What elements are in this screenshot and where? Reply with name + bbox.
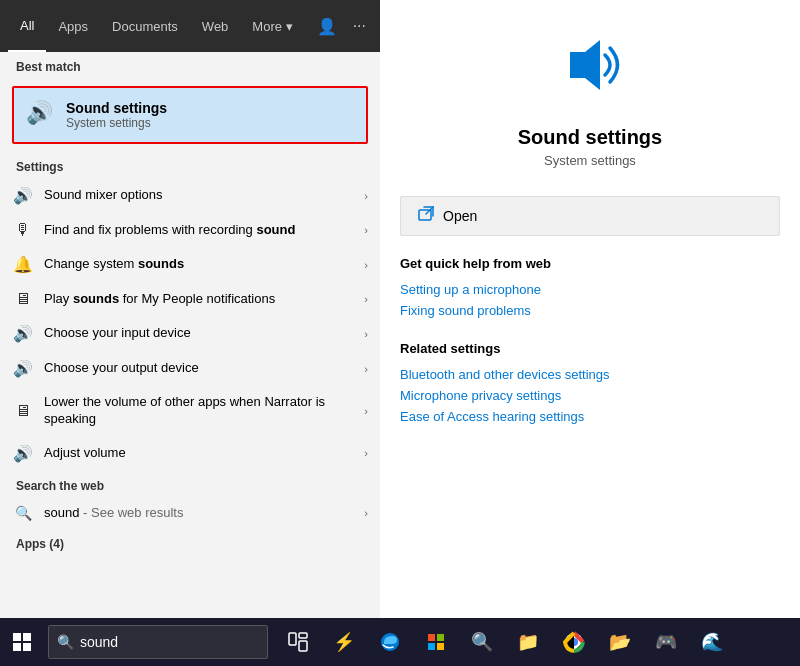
- svg-rect-14: [437, 643, 444, 650]
- nav-tabs: All Apps Documents Web More ▾ 👤 ···: [0, 0, 380, 52]
- tab-web[interactable]: Web: [190, 0, 241, 52]
- svg-rect-9: [299, 641, 307, 651]
- web-search-chevron: ›: [364, 507, 368, 519]
- my-people-label: Play sounds for My People notifications: [44, 291, 364, 308]
- related-settings-title: Related settings: [400, 341, 780, 356]
- svg-rect-5: [13, 643, 21, 651]
- my-people-icon: 🖥: [12, 290, 34, 308]
- svg-text:🔊: 🔊: [26, 99, 54, 126]
- svg-rect-7: [289, 633, 296, 645]
- right-panel-icon: [550, 30, 630, 114]
- open-icon: [417, 205, 435, 227]
- task-view-button[interactable]: [276, 620, 320, 664]
- sound-mixer-label: Sound mixer options: [44, 187, 364, 204]
- list-item-system-sounds[interactable]: 🔔 Change system sounds ›: [0, 247, 380, 282]
- right-panel: Sound settings System settings Open Get …: [380, 0, 800, 618]
- input-device-chevron: ›: [364, 328, 368, 340]
- user-icon[interactable]: 👤: [311, 13, 343, 40]
- sound-settings-icon: 🔊: [26, 98, 54, 132]
- output-device-chevron: ›: [364, 363, 368, 375]
- svg-marker-1: [570, 40, 600, 90]
- best-match-label: Best match: [0, 52, 380, 78]
- list-item-recording-problems[interactable]: 🎙 Find and fix problems with recording s…: [0, 213, 380, 247]
- taskbar-search-input[interactable]: [80, 634, 259, 650]
- list-item-input-device[interactable]: 🔊 Choose your input device ›: [0, 316, 380, 351]
- best-match-subtitle: System settings: [66, 116, 167, 130]
- svg-rect-3: [13, 633, 21, 641]
- quick-help-section: Get quick help from web Setting up a mic…: [380, 244, 800, 329]
- power-icon-btn[interactable]: ⚡: [322, 620, 366, 664]
- svg-rect-4: [23, 633, 31, 641]
- search-icon-btn[interactable]: 🔍: [460, 620, 504, 664]
- quick-help-link-2[interactable]: Fixing sound problems: [400, 300, 780, 321]
- open-button[interactable]: Open: [400, 196, 780, 236]
- blue-app-btn[interactable]: 🌊: [690, 620, 734, 664]
- web-search-label: Search the web: [0, 471, 380, 497]
- nav-tab-icons: 👤 ···: [311, 13, 372, 40]
- svg-rect-6: [23, 643, 31, 651]
- apps-label: Apps (4): [0, 529, 380, 555]
- chrome-icon-btn[interactable]: [552, 620, 596, 664]
- sound-mixer-icon: 🔊: [12, 186, 34, 205]
- file-explorer-btn[interactable]: 📁: [506, 620, 550, 664]
- right-panel-title: Sound settings: [518, 126, 662, 149]
- output-device-icon: 🔊: [12, 359, 34, 378]
- narrator-volume-icon: 🖥: [12, 402, 34, 420]
- quick-help-link-1[interactable]: Setting up a microphone: [400, 279, 780, 300]
- game-icon-btn[interactable]: 🎮: [644, 620, 688, 664]
- recording-label: Find and fix problems with recording sou…: [44, 222, 364, 239]
- related-link-1[interactable]: Bluetooth and other devices settings: [400, 364, 780, 385]
- more-icon[interactable]: ···: [347, 13, 372, 40]
- right-top: Sound settings System settings: [380, 0, 800, 188]
- list-item-adjust-volume[interactable]: 🔊 Adjust volume ›: [0, 436, 380, 471]
- search-panel: All Apps Documents Web More ▾ 👤 ··· Best…: [0, 0, 380, 618]
- recording-chevron: ›: [364, 224, 368, 236]
- tab-documents[interactable]: Documents: [100, 0, 190, 52]
- quick-help-title: Get quick help from web: [400, 256, 780, 271]
- taskbar: 🔍 ⚡: [0, 618, 800, 666]
- web-search-icon: 🔍: [12, 505, 34, 521]
- tab-more[interactable]: More ▾: [240, 0, 304, 52]
- my-people-chevron: ›: [364, 293, 368, 305]
- system-sounds-chevron: ›: [364, 259, 368, 271]
- web-search-text: sound - See web results: [44, 505, 183, 520]
- settings-label: Settings: [0, 152, 380, 178]
- taskbar-search-box[interactable]: 🔍: [48, 625, 268, 659]
- tab-apps[interactable]: Apps: [46, 0, 100, 52]
- store-icon-btn[interactable]: [414, 620, 458, 664]
- narrator-volume-label: Lower the volume of other apps when Narr…: [44, 394, 364, 428]
- list-item-narrator-volume[interactable]: 🖥 Lower the volume of other apps when Na…: [0, 386, 380, 436]
- adjust-volume-chevron: ›: [364, 447, 368, 459]
- svg-rect-8: [299, 633, 307, 638]
- open-label: Open: [443, 208, 477, 224]
- input-device-icon: 🔊: [12, 324, 34, 343]
- tab-all[interactable]: All: [8, 0, 46, 52]
- start-button[interactable]: [0, 620, 44, 664]
- sound-mixer-chevron: ›: [364, 190, 368, 202]
- yellow-folder-btn[interactable]: 📂: [598, 620, 642, 664]
- list-item-sound-mixer[interactable]: 🔊 Sound mixer options ›: [0, 178, 380, 213]
- related-settings-section: Related settings Bluetooth and other dev…: [380, 329, 800, 435]
- list-item-my-people[interactable]: 🖥 Play sounds for My People notification…: [0, 282, 380, 316]
- svg-rect-11: [428, 634, 435, 641]
- web-search-item[interactable]: 🔍 sound - See web results ›: [0, 497, 380, 529]
- best-match-text: Sound settings System settings: [66, 100, 167, 130]
- adjust-volume-label: Adjust volume: [44, 445, 364, 462]
- right-panel-subtitle: System settings: [544, 153, 636, 168]
- results-area: Best match 🔊 Sound settings System setti…: [0, 52, 380, 618]
- taskbar-app-icons: ⚡ 🔍 📁: [276, 620, 734, 664]
- svg-rect-13: [428, 643, 435, 650]
- system-sounds-icon: 🔔: [12, 255, 34, 274]
- svg-rect-12: [437, 634, 444, 641]
- system-sounds-label: Change system sounds: [44, 256, 364, 273]
- input-device-label: Choose your input device: [44, 325, 364, 342]
- output-device-label: Choose your output device: [44, 360, 364, 377]
- edge-icon-btn[interactable]: [368, 620, 412, 664]
- recording-icon: 🎙: [12, 221, 34, 239]
- narrator-volume-chevron: ›: [364, 405, 368, 417]
- list-item-output-device[interactable]: 🔊 Choose your output device ›: [0, 351, 380, 386]
- related-link-2[interactable]: Microphone privacy settings: [400, 385, 780, 406]
- best-match-item[interactable]: 🔊 Sound settings System settings: [12, 86, 368, 144]
- best-match-title: Sound settings: [66, 100, 167, 116]
- related-link-3[interactable]: Ease of Access hearing settings: [400, 406, 780, 427]
